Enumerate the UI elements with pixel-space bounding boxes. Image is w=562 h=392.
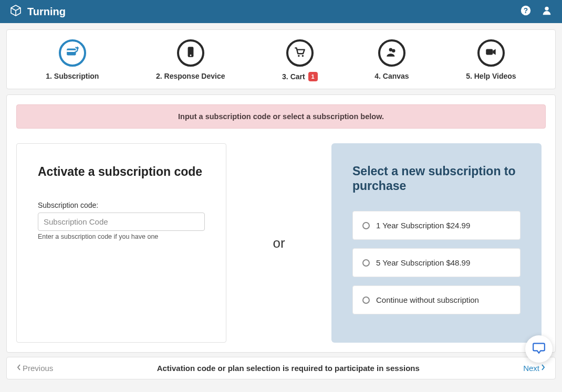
brand: Turning	[9, 4, 66, 19]
subscription-option-1yr[interactable]: 1 Year Subscription $24.99	[352, 211, 521, 240]
chevron-right-icon	[540, 364, 546, 373]
activate-panel: Activate a subscription code Subscriptio…	[16, 143, 226, 343]
previous-label: Previous	[23, 364, 53, 373]
cart-count-badge: 1	[308, 72, 318, 81]
alert-banner: Input a subscription code or select a su…	[16, 104, 546, 129]
video-icon	[484, 45, 498, 61]
help-icon[interactable]: ?	[520, 5, 532, 18]
user-icon[interactable]	[541, 5, 553, 18]
svg-point-2	[545, 7, 548, 10]
chevron-left-icon	[16, 364, 22, 373]
next-button[interactable]: Next	[523, 364, 546, 373]
purchase-title: Select a new subscription to purchase	[352, 164, 521, 193]
chat-icon	[532, 341, 546, 357]
radio-icon	[362, 222, 370, 229]
step-cart[interactable]: 3. Cart 1	[282, 39, 318, 81]
stepper: 1. Subscription 2. Response Device 3. Ca…	[6, 29, 556, 89]
or-separator: or	[226, 143, 331, 343]
svg-point-6	[190, 55, 191, 56]
step-response-device[interactable]: 2. Response Device	[156, 39, 225, 81]
step-label: 1. Subscription	[46, 72, 99, 80]
footer-message: Activation code or plan selection is req…	[53, 364, 523, 373]
subscription-code-label: Subscription code:	[38, 201, 205, 209]
step-label: 3. Cart	[282, 72, 305, 81]
purchase-panel: Select a new subscription to purchase 1 …	[331, 143, 542, 343]
svg-point-10	[392, 49, 396, 53]
footer-bar: Previous Activation code or plan selecti…	[6, 357, 556, 379]
svg-point-7	[298, 55, 299, 57]
step-help-videos[interactable]: 5. Help Videos	[466, 39, 516, 81]
step-subscription[interactable]: 1. Subscription	[46, 39, 99, 81]
activate-title: Activate a subscription code	[38, 165, 205, 179]
chat-widget[interactable]	[525, 335, 553, 363]
option-label: 5 Year Subscription $48.99	[376, 258, 470, 267]
subscription-card-icon	[66, 45, 79, 61]
device-icon	[184, 45, 197, 61]
subscription-code-hint: Enter a subscription code if you have on…	[38, 233, 205, 240]
subscription-code-input[interactable]	[38, 213, 205, 231]
next-label: Next	[523, 364, 539, 373]
step-canvas[interactable]: 4. Canvas	[374, 39, 409, 81]
step-label: 5. Help Videos	[466, 72, 516, 80]
canvas-icon	[385, 45, 399, 61]
step-label: 2. Response Device	[156, 72, 225, 80]
svg-point-8	[302, 55, 304, 57]
subscription-option-5yr[interactable]: 5 Year Subscription $48.99	[352, 248, 521, 277]
svg-rect-11	[486, 49, 493, 55]
main-card: Input a subscription code or select a su…	[6, 94, 556, 353]
previous-button: Previous	[16, 364, 53, 373]
option-label: Continue without subscription	[376, 295, 479, 304]
step-label: 4. Canvas	[374, 72, 409, 80]
radio-icon	[362, 296, 370, 304]
top-bar: Turning ?	[0, 0, 562, 23]
svg-rect-4	[67, 50, 76, 52]
brand-name: Turning	[27, 6, 66, 18]
option-label: 1 Year Subscription $24.99	[376, 221, 470, 230]
brand-cube-icon	[9, 4, 22, 19]
cart-icon	[293, 45, 307, 61]
subscription-option-none[interactable]: Continue without subscription	[352, 285, 521, 314]
radio-icon	[362, 259, 370, 267]
svg-text:?: ?	[524, 7, 528, 15]
